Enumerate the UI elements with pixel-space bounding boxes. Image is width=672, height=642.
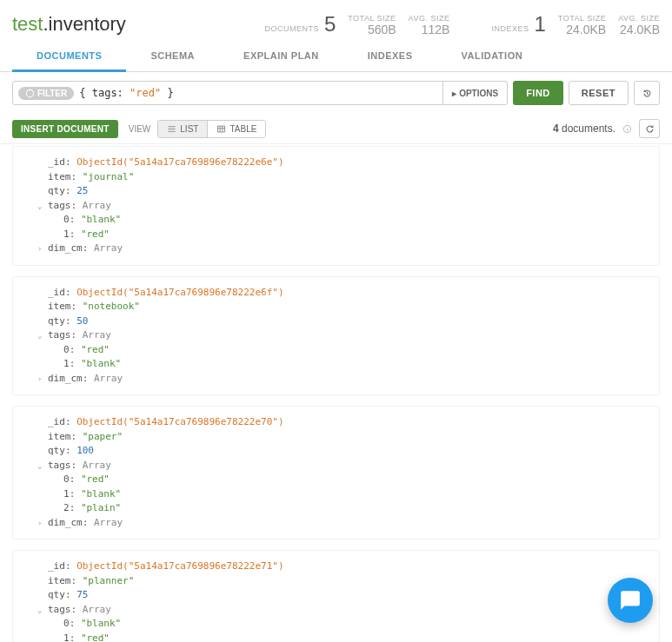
document-count: 4 documents.	[553, 122, 615, 135]
array-item: 0"blank"	[48, 213, 650, 228]
field-row: item"notebook"	[48, 300, 650, 314]
indexes-label: INDEXES	[491, 24, 529, 33]
svg-point-0	[26, 89, 33, 96]
idx-avg-size-value: 24.0KB	[618, 23, 660, 36]
chevron-down-icon[interactable]: ⌄	[37, 460, 42, 473]
chevron-right-icon[interactable]: ›	[37, 518, 42, 530]
tab-validation[interactable]: VALIDATION	[437, 42, 548, 71]
filter-icon	[25, 89, 35, 98]
filter-box[interactable]: FILTER { tags: "red" } ▸ OPTIONS	[12, 81, 508, 105]
tabs: DOCUMENTS SCHEMA EXPLAIN PLAN INDEXES VA…	[0, 42, 672, 72]
field-row: qty25	[48, 184, 650, 199]
idx-avg-size-label: AVG. SIZE	[618, 14, 660, 23]
field-row: item"planner"	[48, 574, 650, 589]
documents-count: 5	[324, 12, 336, 36]
tab-indexes[interactable]: INDEXES	[343, 42, 437, 71]
field-row: ⌄tagsArray	[48, 328, 650, 343]
document-card[interactable]: _idObjectId("5a14a17ca769896e78222e70")i…	[12, 406, 660, 539]
field-row: _idObjectId("5a14a17ca769896e78222e6e")	[48, 156, 650, 170]
find-button[interactable]: FIND	[513, 81, 563, 105]
tab-explain-plan[interactable]: EXPLAIN PLAN	[219, 42, 343, 71]
idx-total-size-label: TOTAL SIZE	[558, 14, 606, 23]
field-row: ⌄tagsArray	[48, 199, 650, 214]
documents-label: DOCUMENTS	[264, 24, 319, 33]
field-row: ⌄tagsArray	[48, 603, 650, 618]
list-icon	[167, 124, 176, 134]
documents-list: _idObjectId("5a14a17ca769896e78222e6e")i…	[0, 146, 672, 642]
header-stats: DOCUMENTS 5 TOTAL SIZE 560B AVG. SIZE 11…	[264, 12, 660, 36]
reset-button[interactable]: RESET	[569, 81, 629, 105]
chevron-down-icon[interactable]: ⌄	[37, 605, 42, 617]
idx-total-size-value: 24.0KB	[558, 23, 606, 36]
view-list-button[interactable]: LIST	[158, 121, 207, 137]
table-icon	[216, 124, 226, 134]
field-row: ⌄tagsArray	[48, 459, 650, 473]
array-item: 1"red"	[48, 632, 650, 643]
total-size-value: 560B	[348, 23, 396, 36]
svg-rect-1	[218, 126, 225, 132]
field-row: qty50	[48, 314, 650, 329]
insert-document-button[interactable]: INSERT DOCUMENT	[12, 120, 118, 138]
chat-fab[interactable]	[608, 578, 653, 623]
field-row: qty75	[48, 588, 650, 603]
field-row: ›dim_cmArray	[48, 242, 650, 256]
breadcrumb: test.inventory	[12, 13, 126, 36]
chevron-right-icon[interactable]: ›	[37, 374, 42, 386]
view-label: VIEW	[129, 124, 151, 134]
filter-input[interactable]: { tags: "red" }	[79, 87, 442, 99]
view-toggle: LIST TABLE	[157, 120, 266, 138]
avg-size-value: 112B	[409, 23, 450, 36]
field-row: ›dim_cmArray	[48, 372, 650, 387]
chevron-down-icon[interactable]: ⌄	[37, 201, 42, 213]
array-item: 0"blank"	[48, 617, 650, 632]
field-row: ›dim_cmArray	[48, 516, 650, 531]
array-item: 2"plain"	[48, 501, 650, 516]
caret-right-icon: ▸	[452, 89, 456, 98]
refresh-button[interactable]	[639, 119, 660, 138]
document-card[interactable]: _idObjectId("5a14a17ca769896e78222e6f")i…	[12, 276, 660, 396]
array-item: 0"red"	[48, 343, 650, 358]
array-item: 0"red"	[48, 473, 650, 487]
document-card[interactable]: _idObjectId("5a14a17ca769896e78222e6e")i…	[12, 146, 660, 266]
history-icon	[642, 89, 652, 98]
field-row: item"paper"	[48, 430, 650, 445]
chevron-down-icon[interactable]: ⌄	[37, 330, 42, 342]
tab-documents[interactable]: DOCUMENTS	[12, 42, 126, 72]
array-item: 1"blank"	[48, 487, 650, 502]
tab-schema[interactable]: SCHEMA	[126, 42, 219, 71]
history-button[interactable]	[634, 81, 660, 105]
field-row: qty100	[48, 444, 650, 459]
chat-icon	[619, 589, 642, 612]
info-icon[interactable]	[622, 124, 632, 134]
collection-name: .inventory	[43, 13, 125, 35]
array-item: 1"red"	[48, 228, 650, 242]
document-card[interactable]: _idObjectId("5a14a17ca769896e78222e71")i…	[12, 550, 660, 642]
avg-size-label: AVG. SIZE	[409, 14, 450, 23]
indexes-count: 1	[534, 12, 545, 36]
field-row: _idObjectId("5a14a17ca769896e78222e71")	[48, 559, 650, 574]
array-item: 1"blank"	[48, 357, 650, 372]
field-row: _idObjectId("5a14a17ca769896e78222e6f")	[48, 286, 650, 301]
filter-badge[interactable]: FILTER	[18, 87, 74, 100]
options-button[interactable]: ▸ OPTIONS	[442, 82, 507, 104]
total-size-label: TOTAL SIZE	[348, 14, 396, 23]
field-row: _idObjectId("5a14a17ca769896e78222e70")	[48, 415, 650, 430]
db-name: test	[12, 13, 43, 35]
refresh-icon	[645, 124, 655, 134]
view-table-button[interactable]: TABLE	[207, 121, 265, 137]
field-row: item"journal"	[48, 170, 650, 185]
chevron-right-icon[interactable]: ›	[37, 243, 42, 255]
